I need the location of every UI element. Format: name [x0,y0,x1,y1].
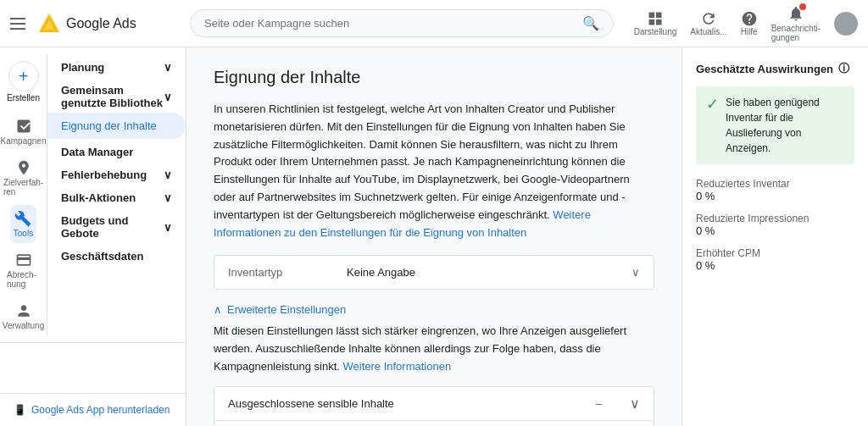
search-icon: 🔍 [582,15,599,31]
admin-label: Verwaltung [3,321,44,330]
darstellung-button[interactable]: Darstellung [634,10,677,36]
notification-badge-dot [799,3,806,10]
help-label: Hilfe [741,27,758,36]
sidebar-section-bulk[interactable]: Bulk-Aktionen ∨ [47,185,186,207]
sidebar-bottom: 📱 Google Ads App herunterladen [0,393,186,426]
metric-value-0: 0 % [696,190,854,202]
filter-table: Ausgeschlossene sensible Inhalte – ∨ Aus… [214,386,654,426]
topbar-right: Darstellung Aktualis... Hilfe Benachrich… [634,5,858,42]
sidebar-section-bibliothek[interactable]: Gemeinsam genutzte Bibliothek ∨ [47,77,186,113]
description-text: In unseren Richtlinien ist festgelegt, w… [214,101,654,241]
sidebar-nav-admin[interactable]: Verwaltung [0,297,47,335]
inventory-row[interactable]: Inventartyp Keine Angabe ∨ [214,255,654,290]
success-icon: ✓ [706,95,719,113]
download-app-link[interactable]: 📱 Google Ads App herunterladen [14,404,172,416]
filter-label-0: Ausgeschlossene sensible Inhalte [228,397,596,410]
sidebar-section-fehlerbehebung[interactable]: Fehlerbehebung ∨ [47,162,186,185]
campaigns-icon [15,118,32,135]
metric-label-2: Erhöhter CPM [696,247,854,259]
sidebar-nav-goals[interactable]: Zielverfah-ren [0,154,47,202]
page-title: Eignung der Inhalte [214,68,654,87]
phone-icon: 📱 [14,404,26,416]
search-input[interactable] [204,17,576,30]
success-card: ✓ Sie haben genügend Inventar für die Au… [696,86,854,164]
filter-row-0[interactable]: Ausgeschlossene sensible Inhalte – ∨ [214,387,654,421]
advanced-header[interactable]: ∧ Erweiterte Einstellungen [214,303,654,316]
geschaeftsdaten-label: Geschäftsdaten [61,250,144,263]
filter-chevron-0: ∨ [630,396,640,412]
topbar-left: Google Ads [10,12,180,36]
metric-row-2: Erhöhter CPM 0 % [696,247,854,272]
metric-row-0: Reduziertes Inventar 0 % [696,178,854,202]
notification-button[interactable]: Benachrichti-gungen [771,5,821,42]
inventory-value: Keine Angabe [347,266,632,279]
refresh-icon [700,10,717,27]
google-ads-logo: Google Ads [37,12,136,36]
content-main: Eignung der Inhalte In unseren Richtlini… [186,47,682,426]
sidebar-section-datamanager[interactable]: Data Manager [47,139,186,162]
sidebar-nav-campaigns[interactable]: Kampagnen [0,113,49,151]
help-icon [741,10,758,27]
metric-label-1: Reduzierte Impressionen [696,213,854,224]
svg-rect-3 [648,13,654,19]
darstellung-icon [647,10,664,27]
right-panel-title-text: Geschätzte Auswirkungen [696,63,833,75]
inventory-label: Inventartyp [228,266,347,279]
success-text: Sie haben genügend Inventar für die Ausl… [726,95,844,156]
eignung-label: Eignung der Inhalte [61,119,157,132]
sidebar-section-geschaeftsdaten[interactable]: Geschäftsdaten [47,243,186,266]
tools-icon [14,210,31,227]
advanced-description: Mit diesen Einstellungen lässt sich stär… [214,323,654,375]
main-layout: + Erstellen Kampagnen Zielverfah-ren [0,47,868,426]
budgets-chevron: ∨ [164,221,172,234]
advanced-title: Erweiterte Einstellungen [227,303,346,316]
svg-rect-5 [648,19,654,25]
fehlerbehebung-label: Fehlerbehebung [61,169,147,181]
planung-label: Planung [61,61,104,74]
advanced-desc-link[interactable]: Weitere Informationen [343,360,452,373]
budgets-label: Budgets und Gebote [61,214,164,240]
metric-value-2: 0 % [696,259,854,272]
sidebar-item-eignung[interactable]: Eignung der Inhalte [47,113,186,139]
admin-icon [15,302,32,319]
sidebar-section-planung[interactable]: Planung ∨ [47,54,186,77]
inventory-chevron: ∨ [632,266,640,279]
svg-rect-4 [656,13,662,19]
bulk-label: Bulk-Aktionen [61,191,136,204]
sidebar-nav-tools[interactable]: Tools [10,205,36,243]
app-name: Google Ads [66,16,136,31]
topbar: Google Ads 🔍 Darstellung Aktualis... Hil… [0,0,868,47]
advanced-collapse-icon: ∧ [214,303,222,316]
goals-label: Zielverfah-ren [3,178,43,196]
sidebar: + Erstellen Kampagnen Zielverfah-ren [0,47,186,426]
metric-label-0: Reduziertes Inventar [696,178,854,190]
right-panel: Geschätzte Auswirkungen ⓘ ✓ Sie haben ge… [682,47,868,426]
right-panel-info-icon: ⓘ [838,61,849,76]
google-ads-logo-icon [37,12,61,36]
create-button[interactable]: + Erstellen [3,54,43,109]
hamburger-icon[interactable] [10,14,31,34]
description-body: In unseren Richtlinien ist festgelegt, w… [214,102,630,221]
metric-row-1: Reduzierte Impressionen 0 % [696,213,854,237]
search-bar[interactable]: 🔍 [190,9,614,37]
billing-icon [15,252,32,268]
sidebar-nav-billing[interactable]: Abrech-nung [3,246,43,294]
bibliothek-label: Gemeinsam genutzte Bibliothek [61,84,164,109]
datamanager-label: Data Manager [61,146,133,158]
darstellung-label: Darstellung [634,27,677,36]
bibliothek-chevron: ∨ [164,91,172,103]
planung-chevron: ∨ [164,61,172,74]
download-app-label: Google Ads App herunterladen [31,404,170,416]
sidebar-section-budgets[interactable]: Budgets und Gebote ∨ [47,207,186,243]
fehlerbehebung-chevron: ∨ [164,169,172,181]
svg-rect-6 [656,19,662,25]
account-avatar[interactable] [834,12,858,36]
refresh-button[interactable]: Aktualis... [690,10,726,36]
refresh-label: Aktualis... [690,27,726,36]
filter-row-1[interactable]: Ausgeschlossene Typen und Labels – ∨ [214,421,654,426]
right-panel-title: Geschätzte Auswirkungen ⓘ [696,61,854,76]
help-button[interactable]: Hilfe [741,10,758,36]
create-label: Erstellen [7,93,40,102]
goals-icon [15,159,32,176]
tools-label: Tools [14,229,33,238]
